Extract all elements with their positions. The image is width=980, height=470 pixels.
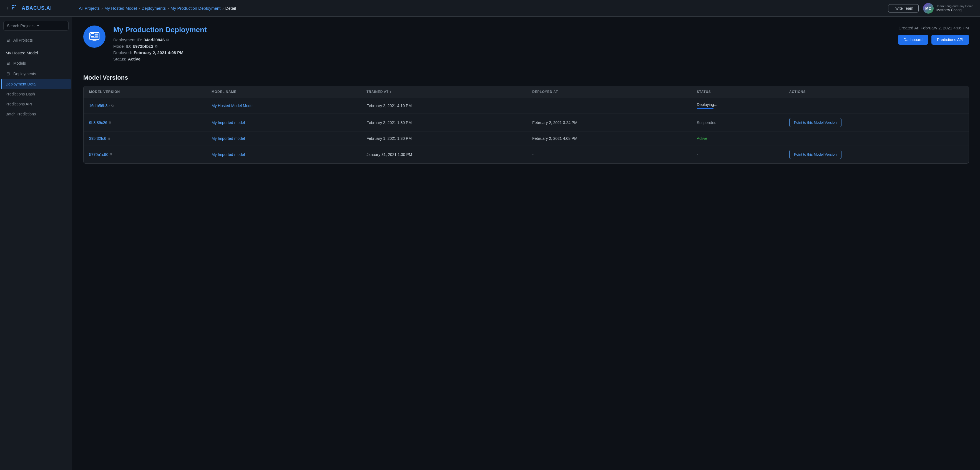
svg-rect-9: [95, 35, 98, 37]
sidebar: Search Projects ▾ ⊞ All Projects My Host…: [0, 17, 72, 470]
search-projects-label: Search Projects: [7, 24, 35, 28]
breadcrumb-deployments[interactable]: Deployments: [142, 6, 166, 11]
table-row: 9b3f89c26 ⧉My Imported modelFebruary 2, …: [84, 113, 969, 132]
table-row: 5770e1c90 ⧉My Imported modelJanuary 31, …: [84, 145, 969, 164]
deployed-at-cell: February 2, 2021 4:08 PM: [527, 132, 691, 145]
sidebar-deployment-detail-label: Deployment Detail: [6, 82, 37, 86]
deployment-icon-svg: [88, 30, 101, 43]
table-row: 395f32fc6 ⧉My Imported modelFebruary 1, …: [84, 132, 969, 145]
deploying-progress-bar: [697, 108, 713, 109]
svg-rect-2: [15, 5, 16, 6]
deployment-header: My Production Deployment Deployment ID: …: [83, 25, 969, 63]
col-model-name: MODEL NAME: [206, 86, 361, 98]
status-badge: Suspended: [697, 121, 716, 125]
svg-rect-0: [12, 5, 13, 6]
breadcrumb-all-projects[interactable]: All Projects: [79, 6, 100, 11]
col-trained-at[interactable]: TRAINED AT ↓: [361, 86, 527, 98]
status-cell: Suspended: [691, 113, 784, 132]
collapse-sidebar-icon[interactable]: ‹: [7, 5, 8, 11]
deployed-at-row: Deployed: February 2, 2021 4:08 PM: [113, 50, 898, 55]
svg-rect-8: [95, 33, 98, 35]
breadcrumb-project[interactable]: My Hosted Model: [104, 6, 137, 11]
model-versions-section: Model Versions MODEL VERSION MODEL NAME: [83, 74, 969, 164]
deployed-at-cell: -: [527, 98, 691, 113]
svg-rect-10: [91, 37, 98, 38]
user-info: Team: Plug and Play Demo Matthew Chang: [936, 5, 973, 12]
deployment-id-row: Deployment ID: 34ad20846 ⧉: [113, 38, 898, 42]
trained-at-cell: February 2, 2021 1:30 PM: [361, 113, 527, 132]
avatar: MC: [923, 3, 934, 14]
actions-cell: Point to this Model Version: [784, 113, 969, 132]
copy-deployment-id-icon[interactable]: ⧉: [166, 38, 169, 42]
copy-version-icon[interactable]: ⧉: [109, 121, 111, 124]
breadcrumb-deployment-name[interactable]: My Production Deployment: [170, 6, 220, 11]
model-id-label: Model ID:: [113, 44, 131, 49]
model-version-link[interactable]: 395f32fc6 ⧉: [89, 136, 200, 141]
sidebar-item-deployment-detail[interactable]: Deployment Detail: [1, 79, 71, 89]
col-deployed-at: DEPLOYED AT: [527, 86, 691, 98]
grid-icon: ⊞: [6, 38, 11, 43]
col-status: STATUS: [691, 86, 784, 98]
deployment-id-label: Deployment ID:: [113, 38, 142, 42]
svg-rect-7: [91, 33, 94, 37]
copy-model-id-icon[interactable]: ⧉: [155, 44, 158, 49]
deployments-icon: ⊞: [6, 71, 11, 76]
topnav-right: Invite Team MC Team: Plug and Play Demo …: [888, 3, 973, 14]
sidebar-item-models[interactable]: ⊟ Models: [1, 58, 71, 68]
user-team: Team: Plug and Play Demo: [936, 5, 973, 8]
model-name-link[interactable]: My Imported model: [212, 121, 245, 125]
breadcrumb: All Projects › My Hosted Model › Deploym…: [79, 6, 888, 11]
deployment-meta: Created At: February 2, 2021 4:06 PM Das…: [898, 25, 969, 44]
point-to-model-version-button[interactable]: Point to this Model Version: [789, 118, 842, 127]
table-row: 16dfb56b3e ⧉My Hosted Model ModelFebruar…: [84, 98, 969, 113]
model-version-link[interactable]: 5770e1c90 ⧉: [89, 152, 200, 157]
svg-rect-3: [12, 7, 13, 8]
invite-team-button[interactable]: Invite Team: [888, 4, 918, 13]
sidebar-item-all-projects[interactable]: ⊞ All Projects: [1, 35, 71, 46]
sidebar-item-predictions-dash[interactable]: Predictions Dash: [1, 89, 71, 99]
model-version-link[interactable]: 9b3f89c26 ⧉: [89, 121, 200, 125]
actions-cell: [784, 98, 969, 113]
table-header: MODEL VERSION MODEL NAME TRAINED AT ↓ DE…: [84, 86, 969, 98]
deployed-at-value: February 2, 2021 4:08 PM: [134, 50, 183, 55]
sort-trained-at-icon: ↓: [390, 90, 391, 94]
deployed-at-cell: -: [527, 145, 691, 164]
sidebar-models-label: Models: [13, 61, 26, 65]
topnav: ‹ ABACUS.AI All Projects › My Hosted Mod…: [0, 0, 980, 17]
copy-version-icon[interactable]: ⧉: [108, 137, 110, 140]
sidebar-all-projects-label: All Projects: [13, 38, 33, 43]
model-name-link[interactable]: My Hosted Model Model: [212, 103, 253, 108]
status-badge: -: [697, 152, 698, 157]
deployed-at-cell: February 2, 2021 3:24 PM: [527, 113, 691, 132]
dashboard-button[interactable]: Dashboard: [898, 35, 928, 44]
table-body: 16dfb56b3e ⧉My Hosted Model ModelFebruar…: [84, 98, 969, 164]
model-name-link[interactable]: My Imported model: [212, 152, 245, 157]
deployment-id-value: 34ad20846: [143, 38, 165, 42]
copy-version-icon[interactable]: ⧉: [110, 152, 112, 156]
sidebar-batch-predictions-label: Batch Predictions: [6, 112, 36, 116]
logo-area: ‹ ABACUS.AI: [7, 5, 79, 12]
deployed-label: Deployed:: [113, 50, 132, 55]
sidebar-deployments-label: Deployments: [13, 71, 36, 76]
models-icon: ⊟: [6, 61, 11, 66]
model-version-link[interactable]: 16dfb56b3e ⧉: [89, 103, 200, 108]
action-buttons: Dashboard Predictions API: [898, 35, 969, 44]
search-projects-dropdown[interactable]: Search Projects ▾: [3, 21, 68, 30]
user-name: Matthew Chang: [936, 8, 973, 12]
predictions-api-button[interactable]: Predictions API: [931, 35, 969, 44]
created-at-label: Created At:: [899, 25, 920, 30]
deployment-name: My Production Deployment: [113, 25, 898, 34]
trained-at-cell: February 2, 2021 4:10 PM: [361, 98, 527, 113]
copy-version-icon[interactable]: ⧉: [111, 104, 113, 107]
sidebar-item-predictions-api[interactable]: Predictions API: [1, 99, 71, 109]
user-area: MC Team: Plug and Play Demo Matthew Chan…: [923, 3, 973, 14]
breadcrumb-detail: Detail: [225, 6, 236, 11]
point-to-model-version-button[interactable]: Point to this Model Version: [789, 150, 842, 159]
deployment-icon: [83, 25, 105, 48]
actions-cell: [784, 132, 969, 145]
model-name-link[interactable]: My Imported model: [212, 136, 245, 141]
sidebar-item-batch-predictions[interactable]: Batch Predictions: [1, 109, 71, 119]
status-value: Active: [128, 57, 140, 61]
status-cell: -: [691, 145, 784, 164]
sidebar-item-deployments[interactable]: ⊞ Deployments: [1, 68, 71, 79]
